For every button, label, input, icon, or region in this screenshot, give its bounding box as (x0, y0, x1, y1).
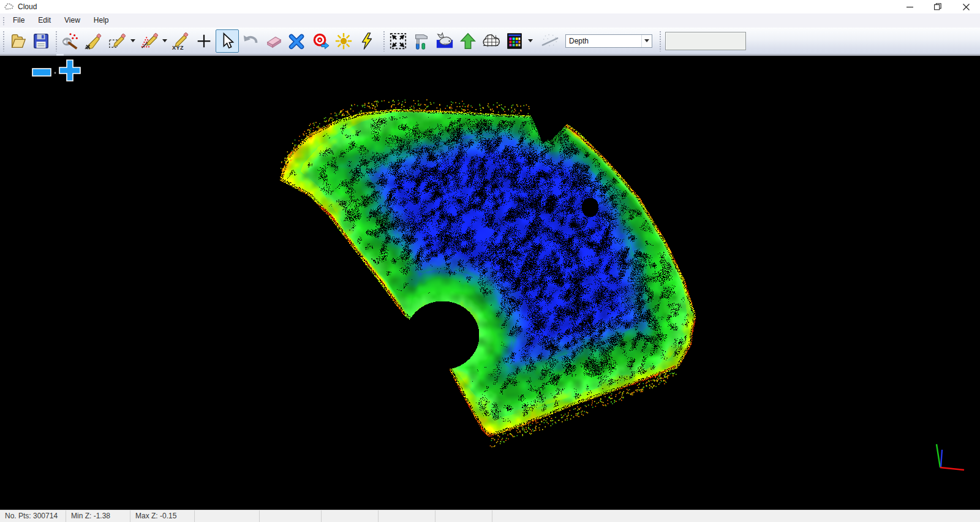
title-bar: Cloud (0, 0, 980, 13)
eraser-button[interactable] (262, 29, 285, 53)
blue-x-icon (288, 32, 306, 50)
flash-button[interactable] (355, 29, 379, 53)
viewport (0, 56, 980, 510)
line-tool-button[interactable] (538, 29, 562, 53)
sun-icon (334, 32, 353, 50)
fit-view-button[interactable] (386, 29, 410, 53)
status-empty-1 (195, 510, 260, 522)
undo-icon (241, 32, 260, 50)
fence-edit-dropdown[interactable] (160, 29, 169, 53)
brightness-button[interactable] (332, 29, 355, 53)
application-window: Cloud File Edit View Help (0, 0, 980, 522)
fit-view-icon (389, 32, 407, 50)
delete-cross-button[interactable] (285, 29, 309, 53)
toolbar-grip-2[interactable] (55, 30, 58, 51)
edit-xyz-button[interactable]: XYZ (169, 29, 192, 53)
undo-button[interactable] (239, 29, 262, 53)
whale-button[interactable] (433, 29, 456, 53)
rect-edit-button[interactable] (105, 29, 129, 53)
xyz-label: XYZ (172, 45, 184, 51)
import-up-button[interactable] (456, 29, 480, 53)
axis-triad (914, 439, 969, 476)
menu-help[interactable]: Help (87, 13, 116, 28)
point-cloud-canvas[interactable] (0, 56, 980, 510)
pencil-rect-icon (108, 32, 126, 50)
zoom-out-button[interactable] (31, 59, 53, 83)
axis-z-blue (941, 450, 942, 467)
palette-icon (505, 32, 524, 50)
pointer-button[interactable] (216, 29, 239, 53)
status-num-points: No. Pts: 300714 (0, 510, 66, 522)
tools-button[interactable] (410, 29, 433, 53)
bullseye-arrow-icon (311, 32, 330, 50)
zoom-controls (31, 58, 83, 84)
toolbar: XYZ (0, 28, 980, 56)
target-button[interactable] (309, 29, 332, 53)
mesh-grid-icon (482, 32, 500, 50)
close-button[interactable] (952, 0, 980, 13)
whale-icon (435, 32, 454, 50)
open-file-button[interactable] (6, 29, 29, 53)
mesh-button[interactable] (480, 29, 503, 53)
maximize-restore-button[interactable] (924, 0, 952, 13)
rect-edit-dropdown[interactable] (129, 29, 137, 53)
status-empty-3 (322, 510, 379, 522)
status-empty-2 (260, 510, 322, 522)
pencil-x-icon (85, 32, 103, 50)
readout-box (665, 32, 746, 50)
floppy-icon (32, 32, 50, 50)
diagonal-line-icon (541, 32, 559, 50)
eraser-icon (265, 32, 283, 50)
menu-view[interactable]: View (58, 13, 87, 28)
lightning-icon (358, 32, 376, 50)
window-title: Cloud (18, 2, 895, 11)
up-arrow-icon (459, 32, 477, 50)
depth-combobox-arrow[interactable] (641, 35, 652, 47)
cursor-icon (218, 32, 236, 50)
status-empty-4 (379, 510, 435, 522)
menu-edit[interactable]: Edit (31, 13, 58, 28)
fence-edit-button[interactable] (137, 29, 160, 53)
save-button[interactable] (29, 29, 53, 53)
app-cloud-icon (4, 2, 14, 11)
palette-button[interactable] (503, 29, 526, 53)
add-point-button[interactable] (192, 29, 216, 53)
minimize-button[interactable] (895, 0, 924, 13)
axis-y-green (937, 444, 940, 467)
clean-outliers-button[interactable] (59, 29, 82, 53)
delete-point-button[interactable] (82, 29, 105, 53)
toolbar-grip-4[interactable] (658, 30, 662, 51)
status-bar: No. Pts: 300714 Min Z: -1.38 Max Z: -0.1… (0, 510, 980, 522)
status-min-z: Min Z: -1.38 (66, 510, 130, 522)
palette-dropdown[interactable] (526, 29, 535, 53)
toolbar-grip-3[interactable] (382, 30, 385, 51)
depth-combobox-value: Depth (566, 37, 641, 45)
status-empty-5 (435, 510, 492, 522)
axis-x-red (940, 467, 964, 470)
broom-outliers-icon (61, 32, 80, 50)
depth-combobox[interactable]: Depth (565, 34, 652, 48)
menubar-grip[interactable] (2, 16, 5, 25)
menu-file[interactable]: File (6, 13, 31, 28)
menu-bar: File Edit View Help (0, 13, 980, 28)
hammer-icon (412, 32, 431, 50)
plus-icon (195, 32, 213, 50)
status-max-z: Max Z: -0.15 (130, 510, 195, 522)
status-empty-6 (492, 510, 980, 522)
folder-icon (9, 32, 27, 50)
zoom-in-button[interactable] (58, 58, 83, 84)
pencil-fence-icon (140, 32, 158, 50)
toolbar-grip-1[interactable] (2, 30, 5, 51)
zoom-dot (53, 59, 58, 83)
